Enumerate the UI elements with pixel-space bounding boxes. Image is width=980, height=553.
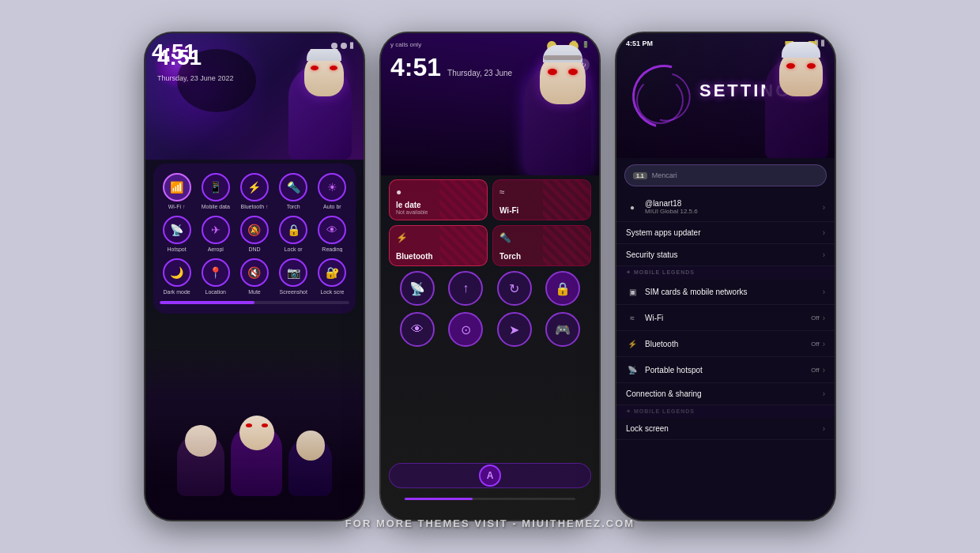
hotspot-settings-title: Portable hotspot [645, 366, 811, 374]
circle-icon-6[interactable]: ⊙ [448, 312, 483, 347]
quick-item-dnd[interactable]: 🔕 DND [237, 216, 271, 252]
icon-grid-row-1: 📡 ↑ ↻ 🔒 [389, 271, 591, 306]
search-letter-icon: A [479, 465, 501, 487]
darkmode-icon-circle[interactable]: 🌙 [163, 258, 191, 287]
tile-bluetooth[interactable]: ⚡ Bluetooth [389, 225, 488, 266]
quick-item-screenshot[interactable]: 📷 Screenshot [277, 258, 311, 295]
brightness-fill [160, 301, 254, 304]
tile-wifi[interactable]: ≈ Wi-Fi [492, 179, 591, 220]
tile-wifi-label: Wi-Fi [499, 206, 518, 215]
wifi-text: Wi-Fi [645, 314, 811, 322]
bt-settings-icon: ⚡ [626, 337, 639, 350]
quick-item-wifi[interactable]: 📶 Wi-Fi ↑ [160, 173, 194, 209]
brightness-icon-circle[interactable]: ☀ [318, 173, 346, 201]
quick-item-bluetooth[interactable]: ⚡ Bluetooth ↑ [237, 173, 271, 209]
swirl-inner [636, 77, 684, 124]
screenshot-icon-circle[interactable]: 📷 [279, 258, 307, 287]
quick-item-location[interactable]: 📍 Location [198, 258, 232, 295]
char-eye-r-p2 [568, 69, 578, 75]
lock-orientation-icon[interactable]: 🔒 [279, 216, 307, 244]
tile-date-label: le date [396, 201, 421, 209]
brightness-label: Auto br [323, 204, 341, 209]
phone3-hero-art: 4:51 PM ♥ ▊ ▊ SETTINGS [616, 33, 835, 160]
settings-account-item[interactable]: ● @lanart18 MIUI Global 12.5.6 › [616, 193, 835, 222]
system-apps-arrow: › [823, 228, 825, 237]
settings-hotspot[interactable]: 📡 Portable hotspot Off › [616, 357, 835, 383]
circle-icon-4[interactable]: 🔒 [545, 271, 580, 306]
phone1-date: Thursday, 23 June 2022 [157, 74, 233, 82]
system-apps-text: System apps updater [626, 228, 820, 237]
quick-item-torch[interactable]: 🔦 Torch [277, 173, 311, 209]
bt-text: Bluetooth [645, 340, 811, 348]
wifi-value: Off [811, 314, 820, 322]
quick-item-reading[interactable]: 👁 Reading [315, 216, 349, 252]
quick-item-brightness[interactable]: ☀ Auto br [315, 173, 349, 209]
quick-item-mobile[interactable]: 📱 Mobile data [198, 173, 232, 209]
quick-item-hotspot[interactable]: 📡 Hotspot [160, 216, 194, 252]
settings-lockscreen[interactable]: Lock screen › [616, 418, 835, 440]
sim-icon: ▣ [626, 285, 639, 298]
wifi-settings-icon: ≈ [626, 311, 639, 324]
circle-icon-7[interactable]: ➤ [497, 312, 532, 347]
quick-item-mute[interactable]: 🔇 Mute [237, 258, 271, 295]
tile-bt-label: Bluetooth [396, 252, 433, 261]
quick-item-lockscreen[interactable]: 🔐 Lock scre [315, 258, 349, 295]
account-name: @lanart18 [645, 199, 820, 208]
circle-icon-1[interactable]: 📡 [400, 271, 435, 306]
bluetooth-icon-circle[interactable]: ⚡ [240, 173, 269, 201]
search-placeholder: Mencari [652, 171, 818, 179]
quick-item-airplane[interactable]: ✈ Aeropl [198, 216, 232, 252]
phone2-char-art [504, 41, 599, 175]
circle-icon-5[interactable]: 👁 [400, 312, 435, 347]
wifi-icon-circle[interactable]: 📶 [163, 173, 191, 201]
system-apps-title: System apps updater [626, 228, 820, 237]
torch-label: Torch [287, 204, 300, 209]
settings-search-bar[interactable]: 1.1 Mencari [624, 164, 827, 186]
lockscreen-icon-circle[interactable]: 🔐 [318, 258, 346, 287]
settings-content: 1.1 Mencari ● @lanart18 MIUI Global 12.5… [616, 158, 835, 520]
dnd-icon-circle[interactable]: 🔕 [240, 216, 269, 244]
mobile-icon-circle[interactable]: 📱 [202, 173, 230, 201]
ml-text: ✦ MOBILE LEGENDS [626, 269, 695, 276]
airplane-icon-circle[interactable]: ✈ [202, 216, 230, 244]
sim-arrow: › [823, 288, 825, 296]
reading-icon-circle[interactable]: 👁 [318, 216, 346, 244]
char2-eye-r [262, 423, 268, 427]
circle-icon-2[interactable]: ↑ [448, 271, 483, 306]
tile-pattern-3 [439, 226, 487, 266]
circle-icon-8[interactable]: 🎮 [545, 312, 580, 347]
connection-arrow: › [823, 389, 825, 398]
quick-grid-row1: 📶 Wi-Fi ↑ 📱 Mobile data ⚡ Bluetooth ↑ 🔦 … [160, 173, 349, 209]
quick-item-lock-orientation[interactable]: 🔒 Lock or [277, 216, 311, 252]
account-icon: ● [626, 201, 639, 213]
tile-torch[interactable]: 🔦 Torch [492, 225, 591, 266]
char-eye-r-p3 [807, 63, 816, 69]
tile-pattern-1 [439, 180, 487, 220]
phone2-search-bar[interactable]: A [389, 463, 591, 488]
circle-icon-3[interactable]: ↻ [497, 271, 532, 306]
location-icon-circle[interactable]: 📍 [202, 258, 230, 287]
settings-system-apps[interactable]: System apps updater › [616, 222, 835, 244]
settings-bluetooth[interactable]: ⚡ Bluetooth Off › [616, 331, 835, 357]
settings-security[interactable]: Security status › [616, 244, 835, 266]
char3-face [296, 431, 325, 461]
tiles-row-1: ● le date Not available ≈ Wi-Fi [389, 179, 591, 220]
status-dot-1 [331, 43, 337, 49]
connection-text: Connection & sharing [626, 389, 820, 398]
quick-item-darkmode[interactable]: 🌙 Dark mode [160, 258, 194, 295]
security-arrow: › [823, 250, 825, 259]
phone3-time: 4:51 PM [626, 40, 653, 47]
settings-wifi[interactable]: ≈ Wi-Fi Off › [616, 305, 835, 331]
torch-icon-circle[interactable]: 🔦 [279, 173, 307, 201]
settings-connection[interactable]: Connection & sharing › [616, 383, 835, 405]
mute-icon-circle[interactable]: 🔇 [240, 258, 269, 287]
bottom-bar [405, 498, 575, 500]
reading-label: Reading [322, 246, 342, 252]
brightness-slider[interactable] [160, 301, 349, 304]
hotspot-text: Portable hotspot [645, 366, 811, 374]
tile-date[interactable]: ● le date Not available [389, 179, 488, 220]
hotspot-icon-circle[interactable]: 📡 [163, 216, 191, 244]
ml-banner-1: ✦ MOBILE LEGENDS [616, 266, 835, 279]
settings-sim[interactable]: ▣ SIM cards & mobile networks › [616, 279, 835, 305]
tile-pattern-2 [543, 180, 590, 220]
